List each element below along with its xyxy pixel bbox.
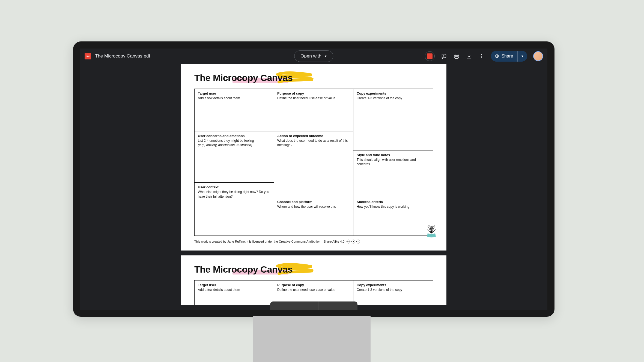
share-dropdown-button[interactable]: ▼ xyxy=(518,51,527,62)
cc-icons: cc ● ↻ xyxy=(347,240,360,243)
cell-target-user: Target user Add a few details about them xyxy=(195,280,274,305)
cell-desc: This should align with user emotions and… xyxy=(357,158,430,166)
cell-desc: Add a few details about them xyxy=(198,288,270,292)
cell-style: Style and tone notes This should align w… xyxy=(353,150,433,197)
page-title-wrap: The Microcopy Canvas xyxy=(194,73,293,83)
svg-point-2 xyxy=(481,57,482,58)
globe-icon xyxy=(495,54,499,58)
canvas-grid: Target user Add a few details about them… xyxy=(194,280,433,305)
chevron-down-icon: ▼ xyxy=(521,55,524,58)
cell-copy-experiments: Copy experiments Create 1-3 versions of … xyxy=(353,89,433,150)
toolbar-center: Open with ▼ xyxy=(294,50,333,62)
document-title: The Microcopy Canvas.pdf xyxy=(95,53,150,59)
cell-title: Success criteria xyxy=(357,200,430,204)
cell-title: User context xyxy=(198,185,270,189)
avatar[interactable] xyxy=(533,51,543,61)
page-title: The Microcopy Canvas xyxy=(194,264,293,275)
cell-title: Copy experiments xyxy=(357,283,430,287)
cell-context: User context What else might they be doi… xyxy=(195,183,274,236)
share-button[interactable]: Share xyxy=(491,51,518,62)
share-label: Share xyxy=(501,54,513,59)
pdf-page: The Microcopy Canvas Target user Add a f… xyxy=(181,255,446,305)
open-with-label: Open with xyxy=(300,53,321,59)
page-title: The Microcopy Canvas xyxy=(194,73,293,83)
pdf-viewer[interactable]: The Microcopy Canvas Target user Add a f… xyxy=(80,64,547,310)
svg-point-1 xyxy=(481,56,482,56)
cell-channel: Channel and platform Where and how the u… xyxy=(274,197,353,236)
cell-desc: Where and how the user will receive this xyxy=(277,204,350,209)
pdf-badge-icon: PDF xyxy=(85,53,91,59)
cell-desc: How you'll know this copy is working xyxy=(357,204,430,209)
footer-credit: This work is created by Jane Ruffino. It… xyxy=(194,240,433,243)
cell-action: Action or expected outcome What does the… xyxy=(274,131,353,197)
adobe-pdf-button[interactable] xyxy=(425,51,435,61)
toolbar: PDF The Microcopy Canvas.pdf Open with ▼ xyxy=(80,49,547,64)
cell-desc: Add a few details about them xyxy=(198,96,270,100)
print-icon xyxy=(454,53,460,59)
more-vertical-icon xyxy=(479,53,484,59)
cell-success: Success criteria How you'll know this co… xyxy=(353,197,433,236)
cell-title: Copy experiments xyxy=(357,92,430,95)
cell-concerns: User concerns and emotions List 2-4 emot… xyxy=(195,131,274,183)
monitor-frame: PDF The Microcopy Canvas.pdf Open with ▼ xyxy=(73,41,554,317)
add-comment-icon xyxy=(441,53,447,59)
monitor-stand xyxy=(253,316,371,362)
cell-desc: Create 1-3 versions of the copy xyxy=(357,96,430,100)
cell-desc: Define the user need, use-case or value xyxy=(277,288,350,292)
cell-desc: Create 1-3 versions of the copy xyxy=(357,288,430,292)
cell-title: Channel and platform xyxy=(277,200,350,204)
canvas-grid: Target user Add a few details about them… xyxy=(194,89,433,236)
cell-copy-experiments: Copy experiments Create 1-3 versions of … xyxy=(353,280,433,305)
cell-desc: What else might they be doing right now?… xyxy=(198,190,270,198)
cell-purpose: Purpose of copy Define the user need, us… xyxy=(274,280,353,305)
print-button[interactable] xyxy=(453,53,460,59)
page-controls[interactable] xyxy=(270,301,357,310)
cell-desc: Define the user need, use-case or value xyxy=(277,96,350,100)
credit-text: This work is created by Jane Ruffino. It… xyxy=(194,240,344,243)
pdf-page: The Microcopy Canvas Target user Add a f… xyxy=(181,64,446,251)
cell-title: User concerns and emotions xyxy=(198,134,270,138)
open-with-button[interactable]: Open with ▼ xyxy=(294,50,333,62)
download-button[interactable] xyxy=(466,53,472,59)
cell-title: Target user xyxy=(198,283,270,287)
adobe-pdf-icon xyxy=(427,53,433,59)
share-button-group: Share ▼ xyxy=(491,51,527,62)
screen: PDF The Microcopy Canvas.pdf Open with ▼ xyxy=(80,49,547,310)
cell-purpose: Purpose of copy Define the user need, us… xyxy=(274,89,353,131)
cc-icon: cc xyxy=(347,240,350,243)
cell-title: Target user xyxy=(198,92,270,95)
by-icon: ● xyxy=(351,240,355,243)
chevron-down-icon: ▼ xyxy=(324,55,327,58)
page-title-wrap: The Microcopy Canvas xyxy=(194,264,293,275)
cell-title: Purpose of copy xyxy=(277,283,350,287)
toolbar-right: Share ▼ xyxy=(425,51,543,62)
cell-desc: List 2-4 emotions they might be feeling … xyxy=(198,138,270,147)
svg-point-0 xyxy=(481,54,482,55)
cell-title: Action or expected outcome xyxy=(277,134,350,138)
download-icon xyxy=(466,53,472,59)
add-comment-button[interactable] xyxy=(441,53,447,59)
cell-desc: What does the user need to do as a resul… xyxy=(277,138,350,147)
sa-icon: ↻ xyxy=(356,240,360,243)
cell-title: Style and tone notes xyxy=(357,153,430,157)
plant-illustration xyxy=(422,221,441,241)
more-button[interactable] xyxy=(478,53,485,59)
cell-title: Purpose of copy xyxy=(277,92,350,95)
cell-target-user: Target user Add a few details about them xyxy=(195,89,274,131)
